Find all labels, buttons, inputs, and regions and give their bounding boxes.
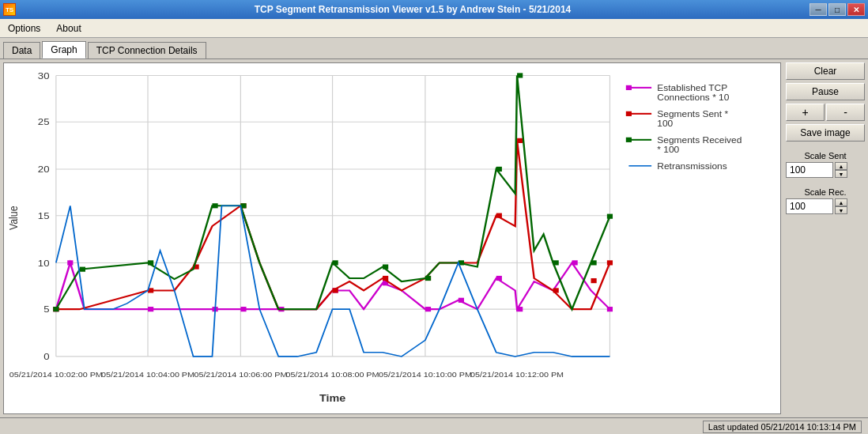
- svg-text:05/21/2014 10:10:00 PM: 05/21/2014 10:10:00 PM: [379, 370, 472, 378]
- svg-rect-61: [333, 260, 338, 265]
- svg-text:100: 100: [657, 119, 673, 128]
- svg-text:20: 20: [38, 164, 50, 175]
- app-icon: TS: [3, 3, 16, 16]
- svg-rect-79: [626, 138, 632, 142]
- svg-rect-57: [80, 267, 85, 272]
- right-panel: Clear Pause + - Save image Scale Sent ▲ …: [786, 62, 865, 414]
- svg-rect-42: [572, 260, 578, 265]
- svg-rect-39: [459, 298, 464, 303]
- menu-bar: Options About: [0, 19, 868, 38]
- svg-text:5: 5: [43, 304, 50, 315]
- menu-about[interactable]: About: [48, 21, 89, 36]
- close-button[interactable]: ✕: [847, 3, 865, 16]
- chart-svg: 0 5 10 15 20 25 30 Value 05/21/2014 10:0…: [4, 63, 780, 413]
- zoom-controls: + -: [786, 104, 865, 121]
- window-title: TCP Segment Retransmission Viewer v1.5 b…: [16, 4, 810, 15]
- svg-text:30: 30: [38, 70, 50, 81]
- scale-sent-label: Scale Sent: [786, 151, 865, 160]
- pause-button[interactable]: Pause: [786, 83, 865, 100]
- svg-rect-65: [496, 167, 502, 172]
- tab-data[interactable]: Data: [3, 42, 40, 58]
- status-bar: Last updated 05/21/2014 10:13:14 PM: [0, 417, 868, 434]
- scale-rec-input[interactable]: [786, 198, 833, 214]
- svg-rect-31: [67, 260, 73, 265]
- svg-rect-53: [553, 288, 559, 292]
- svg-text:Established TCP: Established TCP: [657, 84, 727, 92]
- main-content: 0 5 10 15 20 25 30 Value 05/21/2014 10:0…: [0, 59, 868, 417]
- scale-rec-section: Scale Rec. ▲ ▼: [786, 187, 865, 214]
- svg-rect-34: [240, 307, 246, 311]
- tab-bar: Data Graph TCP Connection Details: [0, 38, 868, 59]
- svg-rect-40: [496, 276, 502, 281]
- scale-sent-spinner: ▲ ▼: [835, 162, 847, 178]
- svg-rect-69: [607, 214, 613, 219]
- svg-text:Time: Time: [319, 392, 345, 403]
- scale-rec-up[interactable]: ▲: [835, 198, 847, 206]
- scale-rec-spinner: ▲ ▼: [835, 198, 847, 214]
- minimize-button[interactable]: ─: [810, 3, 827, 16]
- zoom-out-button[interactable]: -: [826, 104, 865, 121]
- svg-rect-66: [517, 73, 523, 77]
- svg-text:05/21/2014 10:12:00 PM: 05/21/2014 10:12:00 PM: [470, 370, 564, 378]
- svg-rect-52: [517, 138, 523, 143]
- status-text: Last updated 05/21/2014 10:13:14 PM: [703, 421, 862, 433]
- svg-rect-51: [496, 213, 502, 218]
- svg-rect-49: [383, 276, 388, 281]
- svg-text:15: 15: [38, 211, 50, 221]
- svg-text:Segments Sent *: Segments Sent *: [657, 110, 728, 119]
- title-bar: TS TCP Segment Retransmission Viewer v1.…: [0, 0, 868, 19]
- title-bar-left: TS: [3, 3, 16, 16]
- svg-text:05/21/2014 10:02:00 PM: 05/21/2014 10:02:00 PM: [9, 370, 103, 378]
- svg-text:05/21/2014 10:06:00 PM: 05/21/2014 10:06:00 PM: [194, 370, 287, 378]
- svg-rect-62: [383, 264, 388, 269]
- svg-text:25: 25: [38, 117, 50, 127]
- tab-tcp-connection-details[interactable]: TCP Connection Details: [88, 42, 206, 58]
- svg-text:05/21/2014 10:04:00 PM: 05/21/2014 10:04:00 PM: [101, 370, 194, 378]
- scale-rec-down[interactable]: ▼: [835, 206, 847, 214]
- menu-options[interactable]: Options: [0, 21, 48, 36]
- svg-rect-71: [626, 85, 632, 90]
- svg-rect-59: [212, 203, 217, 208]
- svg-rect-55: [607, 260, 613, 265]
- svg-rect-58: [148, 260, 153, 265]
- scale-sent-input-row: ▲ ▼: [786, 162, 865, 178]
- svg-rect-63: [425, 276, 431, 281]
- svg-rect-56: [53, 307, 58, 311]
- tab-graph[interactable]: Graph: [42, 41, 85, 58]
- svg-text:10: 10: [38, 258, 50, 268]
- save-image-button[interactable]: Save image: [786, 124, 865, 142]
- svg-text:Retransmissions: Retransmissions: [657, 162, 727, 171]
- svg-rect-67: [553, 260, 559, 265]
- svg-text:05/21/2014 10:08:00 PM: 05/21/2014 10:08:00 PM: [286, 370, 379, 378]
- svg-rect-54: [591, 278, 596, 283]
- svg-rect-48: [333, 288, 338, 292]
- zoom-in-button[interactable]: +: [786, 104, 825, 121]
- svg-text:Segments Received: Segments Received: [657, 136, 742, 145]
- scale-rec-label: Scale Rec.: [786, 187, 865, 197]
- chart-container: 0 5 10 15 20 25 30 Value 05/21/2014 10:0…: [3, 62, 781, 414]
- scale-rec-input-row: ▲ ▼: [786, 198, 865, 214]
- svg-rect-75: [626, 111, 632, 116]
- svg-text:* 100: * 100: [657, 145, 679, 154]
- svg-rect-32: [148, 307, 153, 311]
- svg-text:Value: Value: [7, 206, 20, 230]
- svg-text:0: 0: [43, 352, 50, 362]
- scale-sent-input[interactable]: [786, 162, 833, 178]
- maximize-button[interactable]: □: [828, 3, 846, 16]
- svg-rect-41: [517, 307, 523, 311]
- svg-rect-43: [607, 307, 613, 311]
- svg-rect-68: [591, 260, 596, 265]
- clear-button[interactable]: Clear: [786, 62, 865, 80]
- scale-sent-section: Scale Sent ▲ ▼: [786, 151, 865, 178]
- svg-text:Connections * 10: Connections * 10: [657, 93, 729, 102]
- svg-rect-38: [425, 307, 431, 311]
- window-controls: ─ □ ✕: [810, 3, 865, 16]
- scale-sent-down[interactable]: ▼: [835, 170, 847, 178]
- scale-sent-up[interactable]: ▲: [835, 162, 847, 170]
